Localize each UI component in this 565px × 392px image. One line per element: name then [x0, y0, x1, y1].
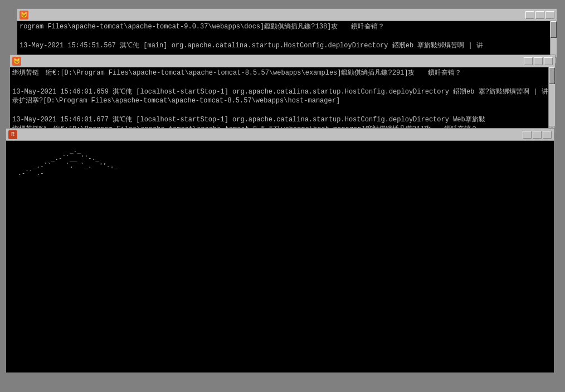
redis-icon: R [8, 130, 17, 139]
tomcat-window-2: 🐱 绑熼苦链 绗€:[D:\Program Files\apache-tomca… [9, 55, 556, 133]
redis-ascii-text: _._ _.-``__ ''-._ _.-`` `. `_. ''-._ .-`… [11, 146, 172, 177]
tomcat1-line1: rogram Files\apache-tomcat\apache-tomcat… [20, 22, 554, 32]
maximize-btn-1[interactable] [535, 11, 544, 19]
tomcat1-line3: 13-May-2021 15:45:51.567 淇℃伅 [main] org.… [20, 41, 554, 51]
redis-title-bar: R [6, 129, 554, 141]
window-controls-1 [525, 11, 554, 19]
tomcat2-line3: 13-May-2021 15:46:01.659 淇℃伅 [localhost-… [12, 87, 553, 106]
tomcat2-line2 [12, 78, 553, 87]
redis-minimize-btn[interactable] [523, 131, 532, 139]
close-btn-2[interactable] [544, 57, 553, 65]
scroll-thumb-1[interactable] [551, 21, 557, 38]
tomcat2-console: 绑熼苦链 绗€:[D:\Program Files\apache-tomcat\… [10, 67, 555, 132]
window-controls-2 [524, 57, 553, 65]
title-bar-2: 🐱 [10, 55, 555, 67]
tomcat-icon-1: 🐱 [20, 11, 28, 19]
tomcat-icon-2: 🐱 [12, 57, 21, 66]
scrollbar-2[interactable]: ▲ ▼ [548, 67, 555, 132]
tomcat1-line2 [20, 32, 554, 41]
scroll-thumb-2[interactable] [549, 67, 555, 84]
redis-window-controls [523, 131, 552, 139]
tomcat2-line5: 13-May-2021 15:46:01.677 淇℃伅 [localhost-… [12, 115, 553, 125]
redis-window: R _._ _.-``__ ''-._ _.-`` `. `_. ''-._ .… [6, 128, 554, 373]
minimize-btn-2[interactable] [524, 57, 533, 65]
redis-maximize-btn[interactable] [533, 131, 542, 139]
redis-ascii-art: _._ _.-``__ ''-._ _.-`` `. `_. ''-._ .-`… [11, 146, 172, 177]
close-btn-1[interactable] [545, 11, 554, 19]
title-bar-1: 🐱 [17, 9, 557, 21]
redis-info-block: _._ _.-``__ ''-._ _.-`` `. `_. ''-._ .-`… [11, 146, 544, 177]
minimize-btn-1[interactable] [525, 11, 534, 19]
tomcat2-line1: 绑熼苦链 绗€:[D:\Program Files\apache-tomcat\… [12, 68, 553, 78]
tomcat2-line4 [12, 106, 553, 115]
maximize-btn-2[interactable] [534, 57, 543, 65]
redis-console: _._ _.-``__ ''-._ _.-`` `. `_. ''-._ .-`… [6, 141, 554, 373]
redis-close-btn[interactable] [543, 131, 552, 139]
